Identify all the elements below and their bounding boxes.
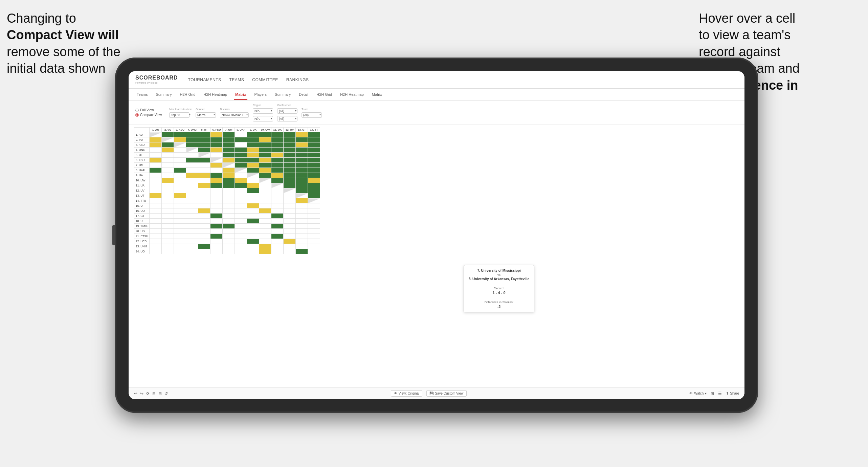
tab-h2h-grid[interactable]: H2H Grid [178,90,197,99]
matrix-cell[interactable] [150,203,162,208]
matrix-cell[interactable] [259,193,271,198]
matrix-cell[interactable] [235,193,247,198]
matrix-cell[interactable] [198,173,210,178]
matrix-cell[interactable] [296,208,308,214]
matrix-cell[interactable] [162,132,174,137]
matrix-cell[interactable] [162,244,174,249]
matrix-cell[interactable] [198,183,210,188]
gender-select[interactable]: Men's [196,112,216,118]
matrix-cell[interactable] [235,224,247,229]
matrix-cell[interactable] [296,229,308,234]
matrix-cell[interactable] [271,163,284,168]
matrix-cell[interactable] [271,244,284,249]
matrix-cell[interactable] [259,163,271,168]
matrix-cell[interactable] [296,148,308,153]
matrix-cell[interactable] [210,229,223,234]
matrix-cell[interactable] [271,173,284,178]
matrix-cell[interactable] [223,224,235,229]
matrix-cell[interactable] [296,198,308,203]
matrix-cell[interactable] [174,148,186,153]
matrix-cell[interactable] [284,153,296,158]
matrix-cell[interactable] [308,183,320,188]
refresh-icon[interactable]: ⟳ [146,391,150,396]
matrix-cell[interactable] [235,229,247,234]
matrix-cell[interactable] [186,198,198,203]
matrix-cell[interactable] [198,178,210,183]
tab-summary[interactable]: Summary [154,90,173,99]
matrix-cell[interactable] [296,132,308,137]
matrix-cell[interactable] [271,132,284,137]
matrix-cell[interactable] [271,137,284,142]
matrix-cell[interactable] [210,244,223,249]
matrix-cell[interactable] [296,188,308,193]
matrix-cell[interactable] [210,214,223,219]
matrix-cell[interactable] [223,229,235,234]
matrix-cell[interactable] [198,158,210,163]
matrix-cell[interactable] [271,198,284,203]
matrix-cell[interactable] [308,173,320,178]
matrix-cell[interactable] [308,219,320,224]
matrix-cell[interactable] [247,244,259,249]
matrix-cell[interactable] [186,168,198,173]
matrix-cell[interactable] [296,183,308,188]
matrix-cell[interactable] [223,219,235,224]
matrix-cell[interactable] [308,229,320,234]
matrix-cell[interactable] [198,234,210,239]
matrix-cell[interactable] [235,208,247,214]
matrix-cell[interactable] [198,244,210,249]
matrix-cell[interactable] [162,173,174,178]
matrix-cell[interactable] [162,168,174,173]
matrix-cell[interactable] [308,249,320,254]
matrix-cell[interactable] [210,198,223,203]
matrix-cell[interactable] [271,234,284,239]
matrix-cell[interactable] [186,188,198,193]
matrix-cell[interactable] [198,208,210,214]
matrix-cell[interactable] [223,163,235,168]
matrix-cell[interactable] [186,229,198,234]
matrix-cell[interactable] [223,214,235,219]
matrix-cell[interactable] [284,188,296,193]
undo-icon[interactable]: ↩ [134,391,137,396]
matrix-cell[interactable] [247,249,259,254]
matrix-cell[interactable] [210,188,223,193]
matrix-cell[interactable] [296,193,308,198]
matrix-cell[interactable] [235,239,247,244]
matrix-cell[interactable] [271,142,284,148]
matrix-cell[interactable] [247,239,259,244]
matrix-cell[interactable] [150,249,162,254]
matrix-cell[interactable] [284,173,296,178]
matrix-cell[interactable] [198,153,210,158]
matrix-cell[interactable] [198,198,210,203]
matrix-cell[interactable] [235,148,247,153]
matrix-cell[interactable] [198,249,210,254]
matrix-cell[interactable] [235,249,247,254]
matrix-cell[interactable] [186,153,198,158]
matrix-cell[interactable] [150,219,162,224]
matrix-cell[interactable] [186,132,198,137]
matrix-cell[interactable] [162,163,174,168]
watch-button[interactable]: 👁 Watch ▾ [689,392,707,395]
matrix-cell[interactable] [235,178,247,183]
view-original-button[interactable]: 👁 View: Original [391,390,423,397]
matrix-cell[interactable] [186,183,198,188]
matrix-cell[interactable] [235,183,247,188]
matrix-cell[interactable] [235,173,247,178]
matrix-cell[interactable] [198,148,210,153]
matrix-cell[interactable] [210,132,223,137]
matrix-cell[interactable] [247,178,259,183]
tab-players-summary[interactable]: Summary [273,90,292,99]
matrix-cell[interactable] [223,208,235,214]
matrix-cell[interactable] [308,168,320,173]
matrix-cell[interactable] [162,148,174,153]
matrix-cell[interactable] [271,158,284,163]
matrix-cell[interactable] [271,229,284,234]
matrix-cell[interactable] [271,203,284,208]
matrix-cell[interactable] [223,142,235,148]
matrix-cell[interactable] [162,198,174,203]
tab-teams[interactable]: Teams [135,90,149,99]
conference-select-1[interactable]: (All) [277,108,297,114]
conference-select-2[interactable]: (All) [277,116,297,121]
matrix-cell[interactable] [235,244,247,249]
matrix-cell[interactable] [174,163,186,168]
matrix-cell[interactable] [284,239,296,244]
